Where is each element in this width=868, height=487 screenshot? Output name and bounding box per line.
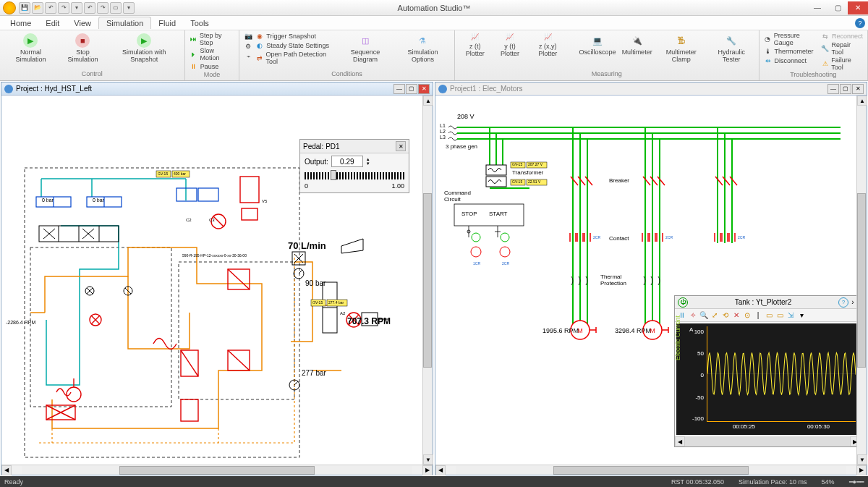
reconnect-button[interactable]: ⇆Reconnect: [821, 32, 863, 41]
pane-r-close-button[interactable]: ✕: [852, 84, 864, 94]
pedal-min: 0: [305, 182, 308, 190]
ribbon: ▶Normal Simulation ■Stop Simulation ▶Sim…: [0, 30, 868, 81]
stop-label: STOP: [461, 211, 477, 217]
yt-plotter-button[interactable]: 📈y (t) Plotter: [494, 32, 526, 59]
disconnect-button[interactable]: ⇹Disconnect: [764, 56, 818, 65]
tab-fluid[interactable]: Fluid: [151, 17, 183, 29]
pane-r-scrollbar-v[interactable]: ▲▼: [856, 96, 867, 465]
slow-motion-button[interactable]: ⏵Slow Motion: [190, 47, 235, 62]
contact-label: Contact: [609, 235, 629, 242]
pane-r-max-button[interactable]: ▢: [840, 84, 851, 94]
pane-electrical-title: Project1 : Elec_Motors: [450, 85, 523, 93]
sequence-diagram-button[interactable]: ◫Sequence Diagram: [338, 32, 393, 65]
svg-point-94: [471, 247, 481, 257]
trigger-snapshot-button[interactable]: ◉Trigger Snapshot: [255, 32, 335, 41]
help-icon[interactable]: ?: [855, 18, 865, 28]
pedal-step-down[interactable]: ▼: [366, 161, 370, 166]
plotter-clear-icon[interactable]: ✕: [731, 310, 741, 321]
settings-icon[interactable]: ⚙: [244, 42, 252, 51]
qat-open-icon[interactable]: 📂: [32, 2, 43, 14]
plotter-power-icon[interactable]: ⏻: [678, 297, 688, 308]
pause-button[interactable]: ⏸Pause: [190, 62, 235, 71]
pedal-header[interactable]: Pedal: PD1 ✕: [300, 140, 409, 153]
tab-simulation[interactable]: Simulation: [98, 17, 151, 29]
gen-label: 3 phase gen: [446, 143, 477, 150]
plotter-widget[interactable]: ⏻ Tank : Yt_Plotter2 ? › ⏸ ✧ 🔍 ⤢ ⟲ ✕ ⊙ |…: [674, 295, 861, 447]
step-by-step-button[interactable]: ⏭Step by Step: [190, 32, 235, 46]
maximize-button[interactable]: ▢: [827, 1, 848, 14]
seq-label: Sequence Diagram: [339, 49, 391, 64]
qat-undo-icon[interactable]: ↶: [45, 2, 56, 14]
tab-edit[interactable]: Edit: [38, 17, 67, 29]
plotter-sb-left[interactable]: ◀: [675, 436, 685, 446]
qat-undo2-icon[interactable]: ↶: [84, 2, 95, 14]
open-path-button[interactable]: ⇄Open Path Detection Tool: [255, 51, 335, 65]
plotter-fit-icon[interactable]: ⤢: [710, 310, 720, 321]
electrical-canvas[interactable]: M M 2CR2CR2CR 1CR2CR 20: [435, 96, 867, 465]
pane-electrical-header[interactable]: Project1 : Elec_Motors — ▢ ✕: [435, 82, 867, 96]
multimeter-button[interactable]: 🔌Multimeter: [621, 32, 654, 58]
zxy-plotter-button[interactable]: 📈z (x,y) Plotter: [529, 32, 566, 59]
breaker-label: Breaker: [609, 177, 629, 184]
therm-label: Thermometer: [775, 48, 814, 55]
qat-dropdown-icon[interactable]: ▾: [71, 2, 82, 14]
failure-tool-button[interactable]: ⚠Failure Tool: [821, 56, 863, 71]
tab-view[interactable]: View: [67, 17, 98, 29]
close-button[interactable]: ✕: [848, 1, 868, 14]
hyd-label: Hydraulic Tester: [710, 49, 753, 64]
oscilloscope-button[interactable]: 💻Oscilloscope: [578, 32, 618, 58]
plotter-reset-icon[interactable]: ⟲: [720, 310, 731, 321]
pane-max-button[interactable]: ▢: [406, 84, 417, 94]
sim-snapshot-button[interactable]: ▶Simulation with Snapshot: [109, 32, 180, 65]
openpath-icon[interactable]: ⌁: [244, 52, 252, 61]
pane-close-button[interactable]: ✕: [418, 84, 430, 94]
pane-l-scrollbar-v[interactable]: ▲▼: [422, 96, 433, 465]
hydraulic-canvas[interactable]: 70 L/min 90 bar 707.3 RPM 277 bar -2286.…: [1, 96, 433, 465]
plotter-export-icon[interactable]: ⇲: [786, 310, 796, 321]
pressure-gauge-button[interactable]: ◔Pressure Gauge: [764, 32, 818, 46]
pedal-slider-thumb[interactable]: [331, 170, 336, 180]
plotter-header[interactable]: ⏻ Tank : Yt_Plotter2 ? ›: [675, 296, 860, 309]
ribbon-mode-title: Mode: [190, 71, 235, 80]
pane-r-scrollbar-h[interactable]: ◀▶: [435, 465, 867, 475]
repair-tool-button[interactable]: 🔧Repair Tool: [821, 41, 863, 56]
qat-save-icon[interactable]: 💾: [19, 2, 30, 14]
pedal-output-input[interactable]: [331, 156, 363, 167]
pane-hydraulic-header[interactable]: Project : Hyd_HST_Left — ▢ ✕: [1, 82, 433, 96]
hydraulic-tester-button[interactable]: 🔧Hydraulic Tester: [709, 32, 754, 65]
clamp-button[interactable]: 🗜Multimeter Clamp: [657, 32, 706, 65]
svg-line-59: [571, 177, 578, 185]
clamp-label: Multimeter Clamp: [658, 49, 705, 64]
plotter-zoom-icon[interactable]: 🔍: [699, 310, 709, 321]
app-title: Automation Studio™: [398, 4, 471, 12]
plotter-help-icon[interactable]: ?: [838, 297, 848, 308]
plotter-tag1-icon[interactable]: ▭: [764, 310, 774, 321]
plotter-tag2-icon[interactable]: ▭: [775, 310, 785, 321]
stop-sim-button[interactable]: ■Stop Simulation: [60, 32, 106, 65]
pane-l-scrollbar-h[interactable]: ◀▶: [1, 465, 433, 475]
snapshot-icon[interactable]: 📷: [244, 32, 252, 41]
qat-select-icon[interactable]: ▭: [110, 2, 122, 14]
minimize-button[interactable]: —: [807, 1, 827, 14]
qat-redo-icon[interactable]: ↷: [58, 2, 69, 14]
plotter-target-icon[interactable]: ⊙: [742, 310, 752, 321]
plotter-scrollbar[interactable]: ◀ ▶: [675, 436, 860, 446]
pedal-close-button[interactable]: ✕: [396, 141, 406, 151]
thermometer-button[interactable]: 🌡Thermometer: [764, 47, 818, 56]
normal-sim-button[interactable]: ▶Normal Simulation: [4, 32, 57, 65]
pedal-widget[interactable]: Pedal: PD1 ✕ Output: ▲▼ 01.00: [299, 139, 409, 193]
status-zoom-slider[interactable]: ━●━━: [849, 478, 864, 486]
qat-redo2-icon[interactable]: ↷: [97, 2, 109, 14]
quick-access-toolbar: 💾 📂 ↶ ↷ ▾ ↶ ↷ ▭ ▾: [19, 2, 135, 14]
pane-min-button[interactable]: —: [393, 84, 405, 94]
sim-options-button[interactable]: ⚗Simulation Options: [396, 32, 450, 65]
steady-state-button[interactable]: ◐Steady State Settings: [255, 41, 335, 50]
pane-r-min-button[interactable]: —: [827, 84, 839, 94]
plotter-dropdown-icon[interactable]: ▾: [796, 310, 807, 321]
zt-plotter-button[interactable]: 📈z (t) Plotter: [459, 32, 491, 59]
plotter-cursor-icon[interactable]: ✧: [688, 310, 698, 321]
tab-home[interactable]: Home: [3, 17, 38, 29]
qat-dropdown2-icon[interactable]: ▾: [123, 2, 135, 14]
pedal-slider[interactable]: [305, 172, 404, 179]
tab-tools[interactable]: Tools: [183, 17, 216, 29]
